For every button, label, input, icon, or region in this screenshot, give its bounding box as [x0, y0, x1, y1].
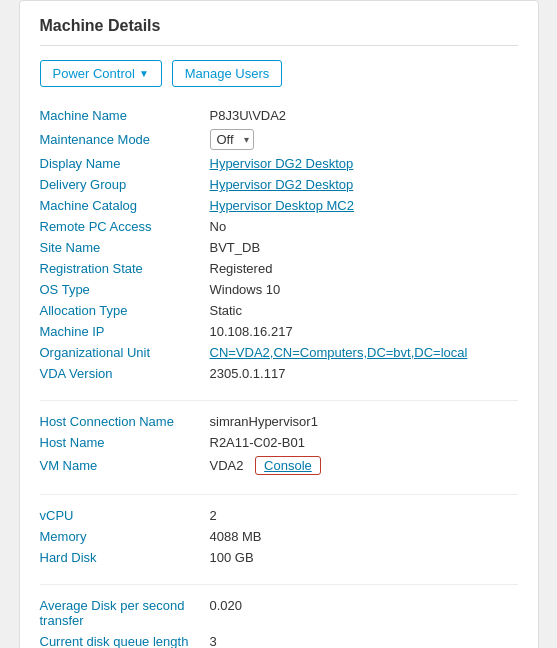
vm-name-value: VDA2 Console [210, 456, 518, 475]
os-type-row: OS Type Windows 10 [40, 279, 518, 300]
host-connection-label: Host Connection Name [40, 414, 210, 429]
maintenance-mode-value: Off On [210, 129, 518, 150]
host-connection-value: simranHypervisor1 [210, 414, 518, 429]
host-name-label: Host Name [40, 435, 210, 450]
site-name-value: BVT_DB [210, 240, 518, 255]
machine-name-row: Machine Name P8J3U\VDA2 [40, 105, 518, 126]
machine-name-value: P8J3U\VDA2 [210, 108, 518, 123]
machine-catalog-value[interactable]: Hypervisor Desktop MC2 [210, 198, 518, 213]
remote-pc-value: No [210, 219, 518, 234]
avg-disk-value: 0.020 [210, 598, 518, 613]
os-type-value: Windows 10 [210, 282, 518, 297]
chevron-down-icon: ▼ [139, 68, 149, 79]
vcpu-value: 2 [210, 508, 518, 523]
hard-disk-label: Hard Disk [40, 550, 210, 565]
title-divider [40, 45, 518, 46]
vda-version-row: VDA Version 2305.0.1.117 [40, 363, 518, 384]
hard-disk-value: 100 GB [210, 550, 518, 565]
delivery-group-value[interactable]: Hypervisor DG2 Desktop [210, 177, 518, 192]
toolbar: Power Control ▼ Manage Users [40, 60, 518, 87]
org-unit-row: Organizational Unit CN=VDA2,CN=Computers… [40, 342, 518, 363]
disk-queue-row: Current disk queue length 3 [40, 631, 518, 648]
site-name-row: Site Name BVT_DB [40, 237, 518, 258]
disk-queue-label: Current disk queue length [40, 634, 210, 648]
machine-catalog-label: Machine Catalog [40, 198, 210, 213]
org-unit-label: Organizational Unit [40, 345, 210, 360]
avg-disk-row: Average Disk per second transfer 0.020 [40, 595, 518, 631]
allocation-type-row: Allocation Type Static [40, 300, 518, 321]
machine-catalog-row: Machine Catalog Hypervisor Desktop MC2 [40, 195, 518, 216]
allocation-type-label: Allocation Type [40, 303, 210, 318]
display-name-row: Display Name Hypervisor DG2 Desktop [40, 153, 518, 174]
delivery-group-label: Delivery Group [40, 177, 210, 192]
resources-section: vCPU 2 Memory 4088 MB Hard Disk 100 GB [40, 505, 518, 568]
power-control-button[interactable]: Power Control ▼ [40, 60, 162, 87]
remote-pc-label: Remote PC Access [40, 219, 210, 234]
host-connection-row: Host Connection Name simranHypervisor1 [40, 411, 518, 432]
vda-version-label: VDA Version [40, 366, 210, 381]
disk-queue-value: 3 [210, 634, 518, 648]
machine-details-section: Machine Name P8J3U\VDA2 Maintenance Mode… [40, 105, 518, 384]
section-divider-1 [40, 400, 518, 401]
manage-users-button[interactable]: Manage Users [172, 60, 283, 87]
host-name-value: R2A11-C02-B01 [210, 435, 518, 450]
console-button[interactable]: Console [255, 456, 321, 475]
site-name-label: Site Name [40, 240, 210, 255]
registration-state-row: Registration State Registered [40, 258, 518, 279]
vm-name-label: VM Name [40, 458, 210, 473]
display-name-value[interactable]: Hypervisor DG2 Desktop [210, 156, 518, 171]
maintenance-select-wrap[interactable]: Off On [210, 129, 254, 150]
hard-disk-row: Hard Disk 100 GB [40, 547, 518, 568]
maintenance-mode-select[interactable]: Off On [210, 129, 254, 150]
section-divider-3 [40, 584, 518, 585]
remote-pc-row: Remote PC Access No [40, 216, 518, 237]
delivery-group-row: Delivery Group Hypervisor DG2 Desktop [40, 174, 518, 195]
vcpu-label: vCPU [40, 508, 210, 523]
host-details-section: Host Connection Name simranHypervisor1 H… [40, 411, 518, 478]
host-name-row: Host Name R2A11-C02-B01 [40, 432, 518, 453]
maintenance-mode-row: Maintenance Mode Off On [40, 126, 518, 153]
registration-state-label: Registration State [40, 261, 210, 276]
vm-name-row: VM Name VDA2 Console [40, 453, 518, 478]
section-divider-2 [40, 494, 518, 495]
allocation-type-value: Static [210, 303, 518, 318]
vda-version-value: 2305.0.1.117 [210, 366, 518, 381]
machine-ip-label: Machine IP [40, 324, 210, 339]
os-type-label: OS Type [40, 282, 210, 297]
page-title: Machine Details [40, 17, 518, 35]
maintenance-mode-label: Maintenance Mode [40, 132, 210, 147]
org-unit-value[interactable]: CN=VDA2,CN=Computers,DC=bvt,DC=local [210, 345, 518, 360]
memory-value: 4088 MB [210, 529, 518, 544]
display-name-label: Display Name [40, 156, 210, 171]
machine-details-card: Machine Details Power Control ▼ Manage U… [19, 0, 539, 648]
manage-users-label: Manage Users [185, 66, 270, 81]
memory-label: Memory [40, 529, 210, 544]
disk-section: Average Disk per second transfer 0.020 C… [40, 595, 518, 648]
machine-ip-value: 10.108.16.217 [210, 324, 518, 339]
machine-name-label: Machine Name [40, 108, 210, 123]
vcpu-row: vCPU 2 [40, 505, 518, 526]
registration-state-value: Registered [210, 261, 518, 276]
machine-ip-row: Machine IP 10.108.16.217 [40, 321, 518, 342]
avg-disk-label: Average Disk per second transfer [40, 598, 210, 628]
memory-row: Memory 4088 MB [40, 526, 518, 547]
power-control-label: Power Control [53, 66, 135, 81]
